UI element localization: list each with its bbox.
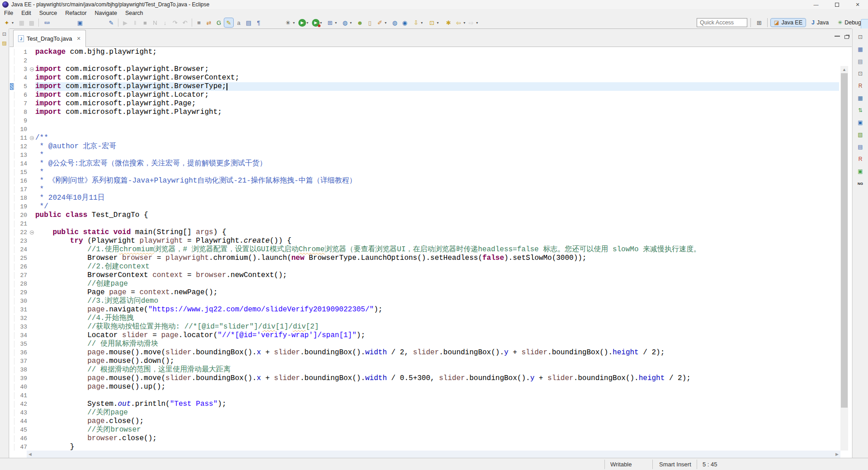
code-line-36[interactable]: 36 page.mouse().move(slider.boundingBox(… [9, 348, 839, 357]
code-text[interactable]: page.close(); [35, 417, 839, 426]
new-web-service-button-dropdown-icon[interactable]: ▾ [350, 21, 352, 25]
project-explorer-icon[interactable]: ▨ [1, 39, 8, 47]
link-with-editor-button[interactable]: ⇄ [204, 18, 213, 27]
mark-mode-button[interactable]: ✐ [375, 18, 384, 27]
step-into-button[interactable]: ↓ [160, 18, 170, 27]
line-number[interactable]: 22 [14, 229, 28, 236]
code-text[interactable]: browser.close(); [35, 434, 839, 443]
collapse-icon[interactable] [30, 67, 34, 71]
code-line-22[interactable]: 22 public static void main(String[] args… [9, 228, 839, 237]
minimize-button[interactable]: — [806, 0, 826, 9]
new-server-button[interactable]: ⊞ [326, 18, 335, 27]
code-line-45[interactable]: 45 //关闭browser [9, 426, 839, 434]
clipboard-button[interactable]: ▯ [365, 18, 374, 27]
code-text[interactable]: Page page = context.newPage(); [35, 288, 839, 297]
line-number[interactable]: 27 [14, 272, 28, 279]
scroll-right-icon[interactable]: ▶ [834, 451, 840, 458]
progress-view-icon[interactable]: ▣ [857, 168, 864, 175]
code-text[interactable]: import com.microsoft.playwright.Playwrig… [35, 108, 839, 117]
code-text[interactable]: //关闭browser [35, 426, 839, 434]
line-number[interactable]: 34 [14, 332, 28, 339]
tag-generate-button[interactable]: G [214, 18, 223, 27]
code-text[interactable]: public class Test_DragTo { [35, 211, 839, 220]
step-return-button[interactable]: ↶ [180, 18, 189, 27]
problems-view-icon[interactable]: R [857, 155, 864, 163]
code-text[interactable] [35, 220, 839, 228]
line-number[interactable]: 47 [14, 444, 28, 451]
code-text[interactable]: public static void main(String[] args) { [35, 228, 839, 237]
line-number[interactable]: 25 [14, 255, 28, 262]
menu-edit[interactable]: Edit [17, 9, 35, 17]
skip-breakpoints-button[interactable]: ✎ [107, 18, 116, 27]
code-text[interactable]: //2.创建context [35, 263, 839, 271]
code-line-31[interactable]: 31 page.navigate("https://www.jq22.com/d… [9, 306, 839, 314]
close-button[interactable]: ✕ [847, 0, 868, 9]
line-number[interactable]: 28 [14, 281, 28, 287]
line-number[interactable]: 38 [14, 367, 28, 373]
new-wizard-button-dropdown-icon[interactable]: ▾ [12, 21, 14, 25]
code-line-19[interactable]: 19 */ [9, 202, 839, 211]
show-pilcrow-button[interactable]: ¶ [254, 18, 263, 27]
code-text[interactable]: */ [35, 202, 839, 211]
code-line-26[interactable]: 26 //2.创建context [9, 263, 839, 271]
back-button[interactable]: ⇦ [454, 18, 463, 27]
code-line-43[interactable]: 43 //关闭page [9, 409, 839, 417]
code-text[interactable]: Browser browser = playwright.chromium().… [35, 254, 839, 263]
code-text[interactable]: BrowserContext context = browser.newCont… [35, 271, 839, 280]
external-tools-button-dropdown-icon[interactable]: ▾ [293, 21, 295, 25]
maximize-button[interactable] [826, 0, 847, 9]
line-number[interactable]: 29 [14, 289, 28, 296]
line-number[interactable]: 44 [14, 418, 28, 425]
code-line-28[interactable]: 28 //创建page [9, 280, 839, 288]
code-line-42[interactable]: 42 System.out.println("Test Pass"); [9, 400, 839, 409]
code-line-16[interactable]: 16 * 《刚刚问世》系列初窥篇-Java+Playwright自动化测试-21… [9, 177, 839, 185]
code-line-14[interactable]: 14 * @公众号:北京宏哥（微信搜索，关注宏哥，提前解锁更多测试干货） [9, 160, 839, 168]
code-text[interactable]: /** [35, 134, 839, 142]
line-number[interactable]: 30 [14, 298, 28, 305]
code-text[interactable] [35, 391, 839, 400]
external-browser-button[interactable]: ◉ [400, 18, 409, 27]
code-text[interactable] [35, 125, 839, 134]
quick-access-input[interactable] [697, 18, 747, 27]
line-number[interactable]: 16 [14, 178, 28, 184]
data-source-view-icon[interactable]: ▦ [857, 94, 864, 102]
code-text[interactable]: import com.microsoft.playwright.Page; [35, 99, 839, 108]
show-selected-element-button[interactable]: ≡ [194, 18, 203, 27]
code-text[interactable]: import com.microsoft.playwright.Locator; [35, 91, 839, 99]
new-xml-file-button[interactable]: 010 [42, 18, 52, 27]
line-number[interactable]: 13 [14, 152, 28, 159]
code-text[interactable]: //3.浏览器访问demo [35, 297, 839, 306]
step-over-button[interactable]: ↷ [170, 18, 179, 27]
line-number[interactable]: 3 [14, 66, 28, 73]
filters-view-icon[interactable]: ⇅ [857, 107, 864, 114]
open-perspective-button[interactable]: ⊞ [755, 18, 764, 27]
collapse-icon[interactable] [30, 136, 34, 140]
code-line-25[interactable]: 25 Browser browser = playwright.chromium… [9, 254, 839, 263]
code-line-20[interactable]: 20public class Test_DragTo { [9, 211, 839, 220]
code-line-30[interactable]: 30 //3.浏览器访问demo [9, 297, 839, 306]
line-number[interactable]: 42 [14, 401, 28, 408]
open-task-button[interactable]: ▣ [75, 18, 85, 27]
back-button-dropdown-icon[interactable]: ▾ [463, 21, 465, 25]
task-list-view-icon[interactable]: ▤ [857, 58, 864, 65]
last-edit-location-button[interactable]: ✱ [444, 18, 453, 27]
line-number[interactable]: 35 [14, 341, 28, 348]
toggle-mark-occurrences-button[interactable]: ✎ [224, 18, 233, 27]
menu-file[interactable]: File [0, 9, 17, 17]
palette-view-icon[interactable]: ▧ [857, 131, 864, 138]
save-all-button[interactable]: ▩ [27, 18, 36, 27]
line-number[interactable]: 7 [14, 100, 28, 107]
menu-refactor[interactable]: Refactor [61, 9, 90, 17]
code-line-21[interactable]: 21 [9, 220, 839, 228]
menu-navigate[interactable]: Navigate [91, 9, 121, 17]
line-number[interactable]: 41 [14, 392, 28, 399]
vertical-scrollbar[interactable]: ▲ ▼ [840, 66, 848, 451]
line-number[interactable]: 19 [14, 203, 28, 210]
perspective-java-ee[interactable]: ◪Java EE [771, 19, 806, 27]
perspective-java[interactable]: JJava [808, 19, 832, 27]
code-line-2[interactable]: 2 [9, 56, 839, 65]
run-button-dropdown-icon[interactable]: ▾ [307, 21, 308, 25]
code-line-23[interactable]: 23 try (Playwright playwright = Playwrig… [9, 237, 839, 245]
line-number[interactable]: 9 [14, 118, 28, 124]
import-trace-button-dropdown-icon[interactable]: ▾ [421, 21, 423, 25]
